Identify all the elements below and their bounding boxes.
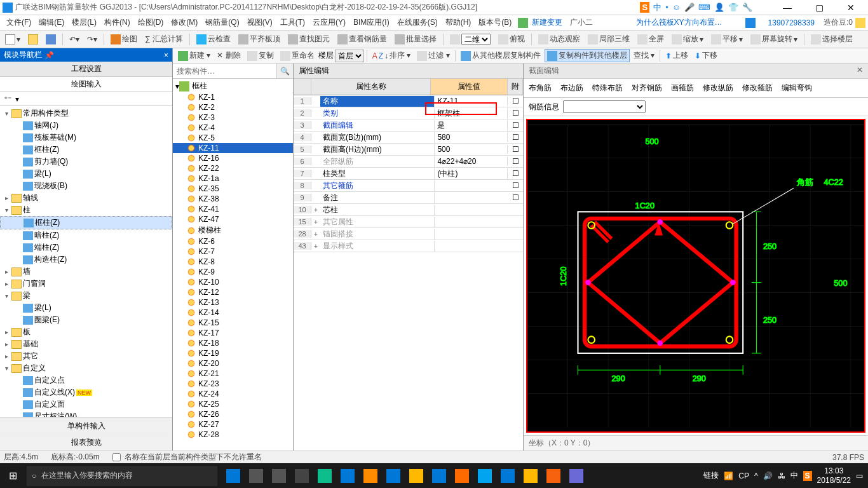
tb-zoom[interactable]: 缩放▾ [669,32,706,46]
search-button[interactable]: 🔍 [276,64,293,78]
tab-hoop[interactable]: 画箍筋 [670,81,695,95]
nav-tree[interactable]: ▾常用构件类型轴网(J)筏板基础(M)框柱(Z)剪力墙(Q)梁(L)现浇板(B)… [0,106,172,417]
st-up[interactable]: ⬆上移 [663,49,691,62]
component-item[interactable]: KZ-16 [173,153,293,163]
st-copy[interactable]: 复制 [245,49,276,62]
tray-cp[interactable]: CP [738,471,749,480]
tree-item[interactable]: 暗柱(Z) [0,229,172,241]
tree-item[interactable]: 剪力墙(Q) [0,156,172,168]
ime-user[interactable]: 👤 [714,3,724,12]
pin-icon[interactable]: 📌 [44,51,54,60]
tb-2d[interactable]: 二维 [447,32,493,46]
st-new[interactable]: 新建 ▾ [175,49,213,62]
tree-item[interactable]: ▾梁 [0,290,172,302]
tree-item[interactable]: 现浇板(B) [0,180,172,192]
component-item[interactable]: KZ-1 [173,92,293,102]
new-change-link[interactable]: 新建变更 [528,17,566,28]
property-row[interactable]: 15+其它属性 [294,216,523,228]
tb-new[interactable]: ▾ [3,33,23,46]
menu-help[interactable]: 帮助(H) [442,16,475,29]
component-item[interactable]: KZ-41 [173,204,293,214]
menu-edit[interactable]: 编辑(E) [35,16,68,29]
tree-item[interactable]: ▸门窗洞 [0,278,172,290]
tree-item[interactable]: 框柱(Z) [0,144,172,156]
tree-item[interactable]: 构造柱(Z) [0,254,172,266]
taskbar-app[interactable] [222,466,244,486]
property-row[interactable]: 28+锚固搭接 [294,228,523,240]
st-sort[interactable]: AZ↓ 排序 ▾ [370,49,414,62]
taskbar-app[interactable] [520,466,541,486]
expand-icon[interactable]: ⁺⁻ [4,95,11,104]
property-row[interactable]: 9备注☐ [294,192,523,204]
ime-keyboard[interactable]: ⌨ [698,3,710,12]
tree-item[interactable]: 梁(L) [0,168,172,180]
tb-draw[interactable]: 绘图 [108,32,140,46]
menu-bim[interactable]: BIM应用(I) [349,16,393,29]
taskbar-app[interactable] [428,466,450,486]
menu-rebar[interactable]: 钢筋量(Q) [201,16,243,29]
property-row[interactable]: 2类别框架柱☐ [294,107,523,119]
tree-item[interactable]: ▾自定义 [0,362,172,374]
view-mode-select[interactable]: 二维 [461,34,491,45]
component-item[interactable]: KZ-12 [173,287,293,297]
taskbar-app[interactable] [383,466,404,486]
taskbar-app[interactable] [497,466,519,486]
component-item[interactable]: 楼梯柱 [173,224,293,236]
close-button[interactable]: ✕ [841,3,860,13]
component-item[interactable]: KZ-25 [173,399,293,409]
tb-undo[interactable]: ↶▾ [67,34,82,45]
component-root[interactable]: ▾框柱 [173,80,293,92]
maximize-button[interactable]: ▢ [810,3,829,13]
property-row[interactable]: 6全部纵筋4⌀22+4⌀20☐ [294,156,523,168]
tab-draw-input[interactable]: 绘图输入 [0,77,172,92]
component-item[interactable]: KZ-22 [173,163,293,173]
component-item[interactable]: KZ-6 [173,236,293,247]
taskbar-app[interactable] [245,466,267,486]
sogou-icon[interactable]: S [640,2,649,13]
menu-online[interactable]: 在线服务(S) [393,16,442,29]
property-row[interactable]: 10+芯柱 [294,204,523,216]
tree-item[interactable]: 尺寸标注(W) [0,410,172,417]
property-row[interactable]: 43+显示样式 [294,240,523,252]
property-row[interactable]: 1名称KZ-11☐ [294,95,523,107]
property-row[interactable]: 4截面宽(B边)(mm)580☐ [294,132,523,144]
agent-link[interactable]: 广小二 [566,17,597,28]
start-button[interactable]: ⊞ [0,470,25,482]
st-copy-from[interactable]: 从其他楼层复制构件 [458,49,543,62]
component-item[interactable]: KZ-3 [173,112,293,123]
taskbar-app[interactable] [337,466,358,486]
tb-find-elem[interactable]: 查找图元 [285,32,332,46]
taskbar-app[interactable] [566,466,587,486]
tray-sogou[interactable]: S [803,471,812,481]
tb-full[interactable]: 全屏 [635,32,667,46]
tree-item[interactable]: 自定义线(X)NEW [0,386,172,398]
component-item[interactable]: KZ-18 [173,338,293,348]
tree-item[interactable]: ▸板 [0,326,172,338]
tab-corner[interactable]: 布角筋 [527,81,553,95]
taskbar-app[interactable] [268,466,290,486]
tray-vol[interactable]: 🔊 [763,471,773,480]
tray-link[interactable]: 链接 [703,470,719,481]
component-item[interactable]: KZ-21 [173,369,293,379]
component-item[interactable]: KZ-10 [173,277,293,287]
section-close[interactable]: ✕ [857,65,863,76]
nav-close[interactable]: × [164,51,168,60]
component-item[interactable]: KZ-27 [173,419,293,430]
status-check[interactable] [112,453,121,461]
component-item[interactable]: KZ-35 [173,184,293,194]
component-tree[interactable]: ▾框柱KZ-1KZ-2KZ-3KZ-4KZ-5KZ-11KZ-16KZ-22KZ… [173,79,293,451]
tb-select-floor[interactable]: 选择楼层 [808,32,855,46]
minimize-button[interactable]: — [778,3,797,13]
component-item[interactable]: KZ-24 [173,389,293,399]
component-item[interactable]: KZ-23 [173,379,293,389]
tray-up[interactable]: ^ [754,471,758,480]
tb-local3d[interactable]: 局部三维 [585,32,632,46]
tb-align-slab[interactable]: 平齐板顶 [236,32,283,46]
taskbar-app[interactable] [405,466,427,486]
tb-save[interactable] [43,33,58,46]
tb-top[interactable]: 俯视 [496,32,527,46]
tree-item[interactable]: ▾柱 [0,204,172,216]
component-item[interactable]: KZ-11 [173,143,293,153]
property-row[interactable]: 7柱类型(中柱)☐ [294,168,523,180]
component-item[interactable]: KZ-7 [173,247,293,257]
